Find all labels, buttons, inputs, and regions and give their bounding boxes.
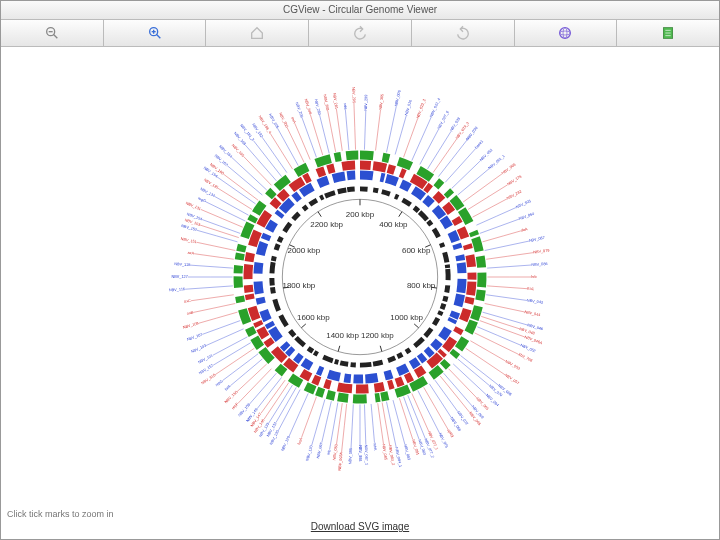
feature-label[interactable]: NBV_053 — [505, 359, 521, 371]
feature-label[interactable]: NBV_120 — [305, 445, 313, 462]
feature-label[interactable]: NBV_022_4 — [429, 98, 441, 118]
inner-blue-segment — [347, 171, 356, 181]
download-svg-link[interactable]: Download SVG image — [311, 521, 409, 532]
feature-label[interactable]: oxA — [290, 116, 296, 124]
feature-label[interactable]: NBV_057 — [504, 373, 520, 385]
feature-label[interactable]: opR3 — [446, 428, 454, 438]
feature-label[interactable]: NBV_079 — [533, 248, 550, 254]
tick-mark[interactable] — [399, 212, 402, 217]
feature-label[interactable]: NBV_043 — [527, 298, 544, 304]
feature-label[interactable]: NBV_097 — [316, 442, 324, 459]
feature-label[interactable]: NBV_131 — [185, 201, 201, 211]
tick-mark[interactable] — [414, 324, 419, 328]
feature-label[interactable]: mb — [327, 449, 332, 455]
feature-label[interactable]: NBV_052 — [520, 343, 536, 353]
feature-label[interactable]: NBV_108 — [183, 321, 200, 329]
feature-label[interactable]: mhA — [373, 443, 378, 452]
back-button[interactable] — [309, 20, 412, 46]
feature-label[interactable]: NBV_006 — [394, 90, 401, 107]
full-view-button[interactable] — [515, 20, 618, 46]
outer-green-segment — [382, 153, 391, 163]
feature-label[interactable]: hrb — [531, 275, 536, 279]
feature-label[interactable]: NBV_087_1 — [364, 445, 369, 465]
feature-label[interactable]: NBV_084_2 — [388, 445, 395, 466]
feature-label[interactable]: NBV_209 — [295, 102, 304, 119]
forward-button[interactable] — [412, 20, 515, 46]
feature-label[interactable]: daA — [520, 227, 528, 233]
feature-label[interactable]: NBV_067 — [529, 236, 546, 243]
feature-label[interactable]: NBV_030 — [465, 126, 478, 141]
ticks-black-segment — [277, 236, 284, 243]
zoom-out-button[interactable] — [1, 20, 104, 46]
feature-label[interactable]: NBV_295 — [351, 87, 356, 103]
feature-label[interactable]: NBV_503 — [515, 199, 531, 209]
feature-label[interactable]: repG — [215, 379, 224, 387]
feature-label[interactable]: NBV_281 — [332, 93, 338, 110]
feature-label[interactable]: NBV_086 — [531, 262, 547, 267]
feature-label[interactable]: NBV_046A — [524, 335, 543, 345]
feature-label[interactable]: base1 — [474, 139, 484, 149]
tick-mark[interactable] — [338, 346, 340, 352]
feature-label[interactable]: NBV_085 — [381, 444, 387, 461]
feature-label[interactable]: NBV_044 — [524, 310, 541, 317]
feature-label[interactable]: NBV_016 — [404, 99, 412, 116]
feature-label[interactable]: NBV_206 — [278, 112, 289, 128]
feature-label[interactable]: NBV_128 — [174, 262, 190, 267]
feature-leader — [244, 156, 272, 185]
tick-mark[interactable] — [380, 346, 382, 352]
feature-label[interactable]: oxB — [186, 310, 194, 315]
feature-label[interactable]: NBV_134 — [199, 187, 215, 198]
feature-label[interactable]: NBV_151 — [180, 237, 197, 244]
feature-leader — [404, 118, 418, 157]
footer: Click tick marks to zoom in Download SVG… — [1, 509, 719, 539]
feature-leader — [276, 387, 296, 422]
feature-label[interactable]: NBV_166 — [231, 143, 245, 157]
ticks-black-segment — [432, 228, 441, 239]
feature-label[interactable]: NBV_248 — [304, 98, 313, 115]
export-button[interactable] — [617, 20, 719, 46]
home-button[interactable] — [206, 20, 309, 46]
feature-label[interactable]: fusA — [297, 437, 304, 446]
toolbar — [1, 20, 719, 47]
feature-label[interactable]: NBV_083 — [332, 444, 338, 461]
feature-label[interactable]: NBV_127 — [172, 275, 188, 279]
feature-label[interactable]: NBV_093A — [338, 451, 344, 470]
feature-label[interactable]: NBV_064 — [518, 212, 535, 221]
mid-red-segment — [244, 285, 254, 293]
feature-label[interactable]: tulA — [224, 384, 232, 392]
tick-mark[interactable] — [318, 212, 321, 217]
feature-label[interactable]: fra1 — [527, 287, 534, 291]
feature-leader — [201, 209, 243, 227]
feature-label[interactable]: NBV_027_6 — [437, 110, 450, 130]
feature-label[interactable]: NBV_282 — [506, 189, 522, 200]
feature-label[interactable]: NBV_061_1 — [488, 154, 506, 170]
feature-label[interactable]: NBV_052 — [479, 148, 493, 162]
feature-label[interactable]: NBV_205 — [268, 113, 279, 129]
feature-label[interactable]: NBV_022_2 — [416, 98, 427, 118]
tick-mark[interactable] — [301, 324, 306, 328]
genome-canvas[interactable]: 200 kbp400 kbp600 kbp800 kbp1000 kbp1200… — [1, 45, 719, 509]
feature-label[interactable]: NBV_089 — [348, 448, 353, 464]
feature-label[interactable]: NBV_268 — [323, 94, 330, 111]
feature-label[interactable]: NBV_103 — [190, 344, 206, 354]
feature-label[interactable]: raM — [343, 103, 348, 110]
feature-leader — [336, 109, 342, 151]
feature-label[interactable]: NBV_076 — [438, 432, 449, 448]
feature-label[interactable]: NBV_176 — [507, 175, 523, 187]
outer-green-segment — [234, 276, 243, 288]
feature-label[interactable]: NBV_066 — [501, 163, 516, 176]
feature-label[interactable]: oxC — [184, 299, 191, 304]
feature-label[interactable]: NBV_083 — [403, 444, 411, 461]
feature-leader — [215, 196, 249, 215]
feature-label[interactable]: NBV_116 — [169, 287, 185, 292]
feature-label[interactable]: NBV_299 — [364, 95, 369, 111]
feature-label[interactable]: axA — [187, 251, 194, 256]
feature-label[interactable]: regG — [197, 196, 206, 203]
feature-label[interactable]: NBV_088 — [358, 445, 362, 461]
feature-label[interactable]: NBV_107 — [186, 333, 203, 342]
feature-label[interactable]: NBV_305 — [379, 94, 385, 110]
feature-label[interactable]: XbV_708 — [517, 352, 533, 362]
feature-label[interactable]: NBV_129 — [281, 435, 291, 451]
feature-label[interactable]: NBV_260 — [314, 99, 322, 116]
zoom-in-button[interactable] — [104, 20, 207, 46]
